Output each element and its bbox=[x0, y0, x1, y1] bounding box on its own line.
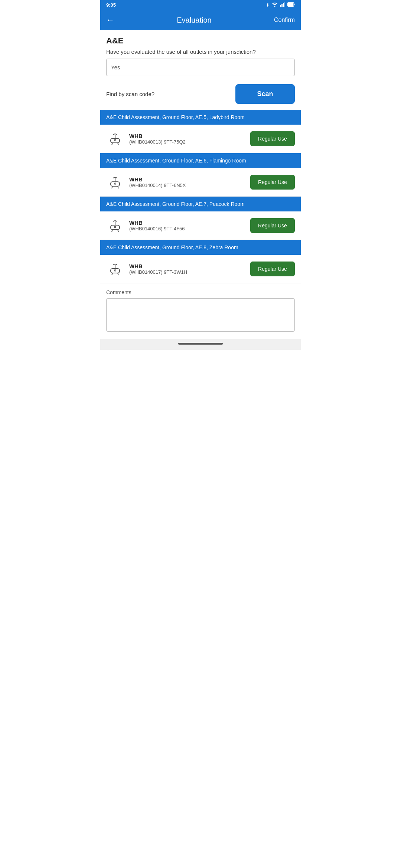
comments-section: Comments bbox=[100, 283, 301, 339]
signal-icon bbox=[280, 2, 285, 8]
battery-icon bbox=[287, 2, 295, 8]
assessment-header-2: A&E Child Assessment, Ground Floor, AE.6… bbox=[100, 153, 301, 168]
equipment-code-2: (WHB0140014) 9TT-6N5X bbox=[129, 183, 250, 188]
svg-rect-7 bbox=[111, 138, 120, 143]
equipment-name-1: WHB bbox=[129, 133, 250, 139]
equipment-code-1: (WHB0140013) 9TT-75Q2 bbox=[129, 139, 250, 145]
svg-rect-15 bbox=[111, 225, 120, 230]
status-icons: ⬇ bbox=[266, 2, 295, 8]
back-button[interactable]: ← bbox=[106, 16, 114, 24]
page-title: Evaluation bbox=[114, 16, 274, 24]
toolbar: ← Evaluation Confirm bbox=[100, 10, 301, 30]
svg-rect-1 bbox=[281, 4, 283, 7]
equipment-row-3: WHB (WHB0140016) 9TT-4F56 Regular Use bbox=[100, 211, 301, 240]
whb-icon-3 bbox=[106, 217, 124, 234]
whb-icon-2 bbox=[106, 173, 124, 191]
svg-line-9 bbox=[118, 143, 118, 145]
status-time: 9:05 bbox=[106, 2, 116, 8]
question-text: Have you evaluated the use of all outlet… bbox=[106, 49, 295, 55]
equipment-row-2: WHB (WHB0140014) 9TT-6N5X Regular Use bbox=[100, 168, 301, 197]
regular-use-button-1[interactable]: Regular Use bbox=[250, 131, 295, 146]
equipment-info-4: WHB (WHB0140017) 9TT-3W1H bbox=[129, 263, 250, 275]
equipment-code-3: (WHB0140016) 9TT-4F56 bbox=[129, 226, 250, 231]
equipment-info-2: WHB (WHB0140014) 9TT-6N5X bbox=[129, 176, 250, 188]
scan-label: Find by scan code? bbox=[106, 91, 154, 97]
assessment-header-1: A&E Child Assessment, Ground Floor, AE.5… bbox=[100, 110, 301, 125]
svg-line-17 bbox=[118, 230, 118, 232]
equipment-row-4: WHB (WHB0140017) 9TT-3W1H Regular Use bbox=[100, 255, 301, 283]
nav-bar bbox=[100, 339, 301, 350]
section-label: A&E bbox=[100, 30, 301, 49]
comments-label: Comments bbox=[106, 289, 295, 295]
svg-line-20 bbox=[112, 273, 113, 275]
scan-button[interactable]: Scan bbox=[235, 84, 295, 104]
assessment-header-4: A&E Child Assessment, Ground Floor, AE.8… bbox=[100, 240, 301, 255]
svg-line-21 bbox=[118, 273, 118, 275]
whb-icon-1 bbox=[106, 130, 124, 148]
assessment-header-3: A&E Child Assessment, Ground Floor, AE.7… bbox=[100, 197, 301, 211]
svg-point-14 bbox=[114, 183, 116, 184]
equipment-info-3: WHB (WHB0140016) 9TT-4F56 bbox=[129, 220, 250, 231]
download-icon: ⬇ bbox=[266, 3, 270, 8]
status-bar: 9:05 ⬇ bbox=[100, 0, 301, 10]
whb-icon-4 bbox=[106, 260, 124, 278]
equipment-info-1: WHB (WHB0140013) 9TT-75Q2 bbox=[129, 133, 250, 145]
svg-point-18 bbox=[114, 226, 116, 228]
svg-rect-5 bbox=[294, 4, 295, 6]
comments-input[interactable] bbox=[106, 298, 295, 332]
question-block: Have you evaluated the use of all outlet… bbox=[100, 49, 301, 80]
answer-input[interactable] bbox=[106, 59, 295, 76]
svg-rect-3 bbox=[284, 2, 285, 7]
svg-rect-6 bbox=[288, 3, 293, 6]
svg-rect-11 bbox=[111, 182, 120, 186]
scan-row: Find by scan code? Scan bbox=[100, 80, 301, 110]
confirm-button[interactable]: Confirm bbox=[274, 15, 295, 25]
svg-rect-0 bbox=[280, 5, 281, 7]
svg-point-22 bbox=[114, 270, 116, 271]
equipment-name-2: WHB bbox=[129, 176, 250, 183]
equipment-row-1: WHB (WHB0140013) 9TT-75Q2 Regular Use bbox=[100, 125, 301, 153]
regular-use-button-4[interactable]: Regular Use bbox=[250, 262, 295, 276]
svg-rect-19 bbox=[111, 269, 120, 273]
equipment-name-3: WHB bbox=[129, 220, 250, 226]
wifi-icon bbox=[272, 2, 278, 8]
regular-use-button-2[interactable]: Regular Use bbox=[250, 175, 295, 190]
regular-use-button-3[interactable]: Regular Use bbox=[250, 218, 295, 233]
svg-line-13 bbox=[118, 186, 118, 188]
nav-indicator bbox=[178, 343, 223, 345]
page-content: A&E Have you evaluated the use of all ou… bbox=[100, 30, 301, 339]
svg-line-8 bbox=[112, 143, 113, 145]
equipment-name-4: WHB bbox=[129, 263, 250, 269]
equipment-code-4: (WHB0140017) 9TT-3W1H bbox=[129, 269, 250, 275]
svg-rect-2 bbox=[283, 3, 284, 7]
svg-point-10 bbox=[114, 139, 116, 141]
svg-line-12 bbox=[112, 186, 113, 188]
svg-line-16 bbox=[112, 230, 113, 232]
